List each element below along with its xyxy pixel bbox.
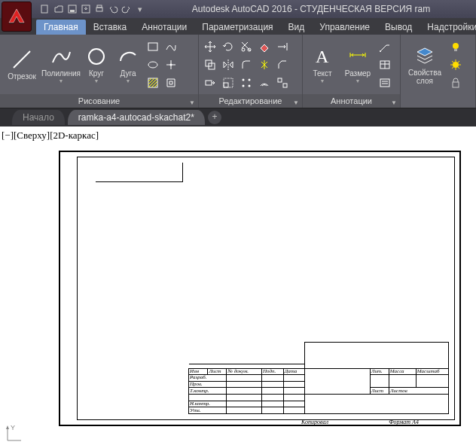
- svg-point-21: [243, 84, 245, 87]
- ribbon-tab-home[interactable]: Главная: [36, 20, 86, 35]
- ellipse-icon[interactable]: [145, 56, 161, 73]
- offset-icon[interactable]: [256, 75, 273, 91]
- tb-prov: Пров.: [189, 381, 227, 388]
- svg-rect-17: [224, 83, 228, 87]
- hatch-icon[interactable]: [145, 75, 161, 91]
- mtext-icon[interactable]: [377, 75, 393, 91]
- erase-icon[interactable]: [256, 38, 273, 55]
- trim-icon[interactable]: [238, 38, 255, 55]
- svg-rect-23: [278, 78, 282, 82]
- explode-icon[interactable]: [256, 56, 273, 73]
- mirror-icon[interactable]: [220, 56, 236, 73]
- tool-layer-properties[interactable]: Свойства слоя: [404, 44, 446, 85]
- svg-rect-30: [454, 49, 457, 51]
- qat-saveas-icon[interactable]: [80, 3, 92, 15]
- align-icon[interactable]: [274, 75, 291, 91]
- lightbulb-icon[interactable]: [447, 38, 464, 55]
- binding-notch: [96, 163, 183, 182]
- stretch-icon[interactable]: [202, 75, 218, 91]
- qat-open-icon[interactable]: [53, 3, 65, 15]
- region-icon[interactable]: [163, 75, 179, 91]
- lock-icon[interactable]: [447, 75, 464, 91]
- svg-rect-8: [148, 43, 157, 50]
- footnote-copied: Копировал: [301, 419, 328, 425]
- drawing-frame: Изм Лист № докум. Подп. Дата Лит. Масса …: [77, 157, 455, 420]
- drawing-canvas[interactable]: [−][Сверху][2D-каркас] Изм Лист № докум.…: [0, 126, 476, 448]
- annotate-col: [377, 38, 393, 91]
- tb-lit: Лит.: [370, 368, 389, 375]
- ribbon-tab-insert[interactable]: Вставка: [86, 20, 135, 35]
- footnote-format: Формат A4: [389, 419, 419, 425]
- new-tab-button[interactable]: +: [208, 111, 221, 124]
- svg-rect-24: [283, 84, 287, 87]
- svg-text:Y: Y: [11, 424, 15, 431]
- title-block: Изм Лист № докум. Подп. Дата Лит. Масса …: [188, 342, 449, 414]
- tool-text[interactable]: A Текст ▼: [306, 45, 339, 84]
- paper-sheet: Изм Лист № докум. Подп. Дата Лит. Масса …: [59, 151, 461, 426]
- polyline-icon: [50, 45, 72, 68]
- panel-modify-title[interactable]: Редактирование ▼: [199, 94, 302, 108]
- tb-massa: Масса: [389, 368, 416, 375]
- chamfer-icon[interactable]: [274, 56, 291, 73]
- spline-icon[interactable]: [163, 38, 179, 55]
- doctab-ramka[interactable]: ramka-a4-autocad-skachat2*: [68, 110, 205, 125]
- qat-new-icon[interactable]: [39, 3, 51, 15]
- svg-text:A: A: [316, 47, 329, 66]
- copy-icon[interactable]: [202, 56, 218, 73]
- expand-icon: ▼: [293, 96, 299, 110]
- tool-dimension-label: Размер: [345, 69, 371, 78]
- tool-line[interactable]: Отрезок: [3, 48, 41, 81]
- leader-icon[interactable]: [377, 38, 393, 55]
- qat-undo-icon[interactable]: [107, 3, 119, 15]
- tb-list: Лист: [208, 368, 227, 375]
- tool-polyline-label: Полилиния: [41, 69, 81, 78]
- ribbon-tab-output[interactable]: Вывод: [377, 20, 420, 35]
- svg-rect-16: [206, 81, 212, 85]
- ribbon-tab-manage[interactable]: Управление: [312, 20, 377, 35]
- extend-icon[interactable]: [274, 38, 291, 55]
- rotate-icon[interactable]: [220, 38, 236, 55]
- doctab-start[interactable]: Начало: [12, 110, 65, 125]
- ribbon-tab-view[interactable]: Вид: [281, 20, 313, 35]
- qat-redo-icon[interactable]: [121, 3, 133, 15]
- svg-rect-2: [70, 10, 75, 12]
- array-icon[interactable]: [238, 75, 255, 91]
- rectangle-icon[interactable]: [145, 38, 161, 55]
- text-icon: A: [311, 45, 334, 68]
- tool-dimension[interactable]: Размер ▼: [340, 45, 375, 84]
- ribbon-tab-addins[interactable]: Надстройки: [420, 20, 476, 35]
- layers-col: [447, 38, 464, 91]
- ribbon-tab-annotate[interactable]: Аннотации: [134, 20, 194, 35]
- tool-polyline[interactable]: Полилиния ▼: [42, 45, 80, 84]
- move-icon[interactable]: [202, 38, 218, 55]
- tb-list2: Лист: [370, 388, 389, 395]
- fillet-icon[interactable]: [238, 56, 255, 73]
- table-icon[interactable]: [377, 56, 393, 73]
- panel-draw-title[interactable]: Рисование ▼: [0, 94, 198, 108]
- document-tabs: Начало ramka-a4-autocad-skachat2* +: [0, 108, 476, 126]
- panel-modify: Редактирование ▼: [199, 35, 303, 108]
- ribbon: Отрезок Полилиния ▼ Круг ▼ Дуга ▼: [0, 35, 476, 108]
- svg-point-22: [249, 84, 251, 87]
- quick-access-toolbar: ▾: [39, 3, 146, 15]
- tb-podp: Подп.: [262, 368, 284, 375]
- tool-arc[interactable]: Дуга ▼: [113, 45, 143, 84]
- freeze-icon[interactable]: [447, 56, 464, 73]
- svg-rect-0: [41, 5, 47, 13]
- qat-save-icon[interactable]: [66, 3, 78, 15]
- qat-dropdown-icon[interactable]: ▾: [134, 3, 146, 15]
- svg-rect-28: [380, 79, 389, 87]
- tb-data: Дата: [283, 368, 305, 375]
- app-menu-button[interactable]: [2, 2, 32, 32]
- qat-print-icon[interactable]: [93, 3, 105, 15]
- tb-tkontr: Т.контр.: [189, 388, 227, 395]
- svg-rect-4: [96, 8, 102, 11]
- point-icon[interactable]: [163, 56, 179, 73]
- viewport-label[interactable]: [−][Сверху][2D-каркас]: [2, 130, 99, 142]
- circle-icon: [85, 45, 108, 68]
- scale-icon[interactable]: [220, 75, 236, 91]
- tool-circle[interactable]: Круг ▼: [81, 45, 111, 84]
- ribbon-tab-parametric[interactable]: Параметризация: [194, 20, 280, 35]
- tool-arc-label: Дуга: [121, 69, 136, 78]
- panel-annotate-title[interactable]: Аннотации ▼: [303, 94, 400, 108]
